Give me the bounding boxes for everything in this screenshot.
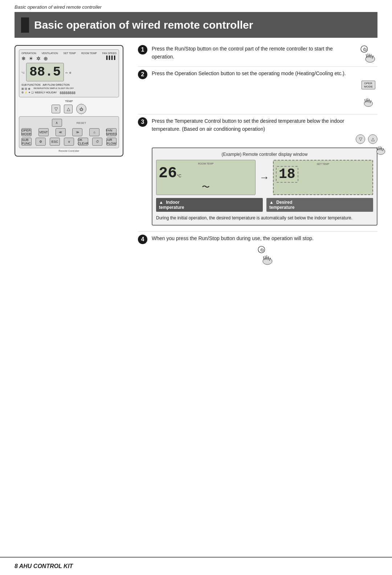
step-3-text: Press the Temperature Control button to … (152, 117, 377, 133)
rc-right-btn[interactable]: ≫ (72, 128, 82, 136)
rc-settings-btn[interactable]: ⚙ (36, 138, 46, 146)
step-1-hand-area: ⏻ (358, 45, 377, 66)
svg-point-22 (263, 258, 272, 264)
footer-text: 8 AHU CONTROL KIT (15, 563, 73, 570)
main-content: OPERATION VENTILATION SET TEMP ROOM TEMP… (15, 45, 377, 274)
rc-mode-row: ⊞ ⊟ ⊕ RESERVATION SIMPLE SLEEP ON OFF (21, 87, 117, 90)
step-4-number: 4 (138, 235, 147, 244)
rc-display: OPERATION VENTILATION SET TEMP ROOM TEMP… (19, 49, 119, 97)
step-1-body: Press the Run/Stop button on the control… (152, 45, 377, 61)
desired-temp-label: ▲ Desiredtemperature (266, 198, 373, 212)
rc-top-labels: OPERATION VENTILATION SET TEMP ROOM TEMP… (21, 52, 117, 54)
rc-sub-labels: SUB FUNCTION AIR FLOW DIRECTION (21, 84, 117, 86)
remote-controller-illustration: OPERATION VENTILATION SET TEMP ROOM TEMP… (15, 45, 123, 157)
rc-temp-up-btn[interactable]: △ (64, 105, 73, 113)
svg-point-2 (366, 56, 375, 62)
svg-line-12 (369, 99, 369, 102)
svg-point-8 (364, 101, 372, 107)
rc-temp-label: TEMP (65, 100, 73, 103)
rc-clock-btn[interactable]: ⏱ (92, 138, 102, 146)
indoor-temp-unit: °C (177, 174, 181, 178)
rc-label-set-temp: SET TEMP (63, 52, 76, 54)
step-4-hand-area: ⏻ (152, 246, 377, 266)
rc-reset-label: RESET (77, 121, 86, 125)
rc-icon-fan: ✲ (36, 56, 41, 61)
indoor-temp-display: 26 °C (159, 166, 253, 181)
rc-digit-row: 88888888 (60, 91, 75, 95)
rc-temp-down-btn[interactable]: ▽ (52, 105, 60, 113)
rc-remote-controller-label: Remote Controller (19, 150, 119, 152)
step-2-body: Press the Operation Selection button to … (152, 70, 377, 108)
temp-labels-bar: ▲ Indoortemperature ▲ Desiredtemperature (156, 198, 373, 212)
step-2-text: Press the Operation Selection button to … (152, 70, 377, 78)
title-accent-block (21, 17, 29, 33)
rc-temp-row: °C 88.5 ⇔ ⊕ (21, 63, 117, 83)
rc-air-flow-btn[interactable]: AIR FLOW (106, 138, 117, 146)
rc-label-fan-speed: FAN SPEED (102, 52, 117, 54)
run-stop-hand-icon-2: ⏻ (255, 246, 275, 266)
rc-air-flow: AIR FLOW DIRECTION (43, 84, 70, 86)
step-2-icon-area: OPERMODE (152, 81, 377, 108)
rc-icon-auto: ⊕ (44, 56, 48, 61)
rc-fan-bars: ▌▌▌▌ (106, 56, 117, 61)
indoor-temp-label: ▲ Indoortemperature (156, 198, 263, 212)
svg-line-6 (371, 54, 371, 58)
rc-home-btn[interactable]: ⌂ (89, 128, 99, 136)
temp-down-circle-icon: ▽ (356, 134, 365, 144)
run-stop-hand-icon: ⏻ (358, 45, 377, 65)
rc-arrows: ⇔ ⊕ (65, 71, 71, 74)
rc-run-stop-btn[interactable]: ⏻ (76, 104, 86, 114)
rc-vent-btn[interactable]: VENT (38, 128, 49, 136)
svg-line-24 (265, 256, 265, 260)
rc-nav-mid: OPER MODE VENT ≪ ≫ ⌂ FAN SPEED (21, 128, 117, 136)
rc-icons-row: ❄ ☀ ✲ ⊕ ▌▌▌▌ (21, 56, 117, 61)
rc-icons2: ⚙ ⚡ ✦ ❑ (21, 91, 33, 95)
breadcrumb: Basic operation of wired remote controll… (0, 0, 392, 12)
svg-line-4 (368, 54, 368, 57)
svg-text:⏻: ⏻ (260, 248, 264, 252)
rc-icon-snowflake: ❄ (21, 56, 26, 61)
temp-up-hand-area: △ (368, 134, 377, 144)
desired-triangle: ▲ (269, 200, 274, 205)
temp-ctrl-icons-area: ▽ △ (152, 134, 377, 144)
title-bar: Basic operation of wired remote controll… (15, 12, 377, 38)
rc-nav-bottom: SUB FUNC ⚙ ESC ∨ OK CLEAR ⏱ AIR FLOW (21, 138, 117, 146)
rc-sub-func-btn[interactable]: SUB FUNC (21, 138, 32, 146)
rc-fan-speed-btn[interactable]: FAN SPEED (106, 128, 117, 136)
rc-icon-modes: ⊞ ⊟ ⊕ (21, 87, 30, 90)
svg-line-10 (366, 99, 367, 102)
right-arrow-separator: → (259, 172, 269, 183)
oper-mode-btn-illus: OPERMODE (362, 81, 375, 89)
rc-oper-mode-btn[interactable]: OPER MODE (21, 128, 32, 136)
indoor-screen: ROOM TEMP 26 °C 〜 (156, 160, 256, 195)
rc-down-btn[interactable]: ∨ (64, 138, 74, 146)
svg-point-14 (376, 149, 385, 155)
rc-celsius-label: °C (21, 71, 25, 74)
oper-mode-hand-icon (359, 90, 377, 108)
desired-temp-display: 18 (276, 166, 370, 183)
step-1-number: 1 (138, 45, 147, 54)
rc-icon-sun: ☀ (29, 56, 33, 61)
rc-temp-btn-row: ▽ △ ⏻ (52, 104, 86, 114)
rc-sub-function: SUB FUNCTION (21, 84, 41, 86)
rc-left-btn[interactable]: ≪ (56, 128, 66, 136)
example-title: (Example) Remote controller display wind… (156, 152, 373, 157)
step-2-row: 2 Press the Operation Selection button t… (138, 70, 377, 114)
set-temp-label: SET TEMP (276, 163, 370, 165)
svg-line-26 (268, 256, 268, 260)
page-title: Basic operation of wired remote controll… (34, 19, 253, 31)
rc-label-room-temp: ROOM TEMP (81, 52, 97, 54)
temp-hand-icon (372, 138, 390, 156)
rc-ok-clear-btn[interactable]: OK CLEAR (78, 138, 88, 146)
svg-text:⏻: ⏻ (363, 48, 367, 51)
step-3-number: 3 (138, 117, 147, 127)
left-panel: OPERATION VENTILATION SET TEMP ROOM TEMP… (15, 45, 131, 274)
rc-nav-up-btn[interactable]: ∧ (52, 119, 62, 127)
rc-esc-btn[interactable]: ESC (50, 138, 60, 146)
oper-mode-illus: OPERMODE (359, 81, 377, 108)
desired-screen: SET TEMP 18 (273, 160, 373, 195)
rc-temp-value: 88.5 (29, 65, 61, 80)
rc-temp-control-area: TEMP ▽ △ ⏻ (19, 100, 119, 114)
rc-oper-mode-area: OPER MODE (21, 128, 32, 136)
display-note: During the initial operation, the desire… (156, 215, 373, 221)
